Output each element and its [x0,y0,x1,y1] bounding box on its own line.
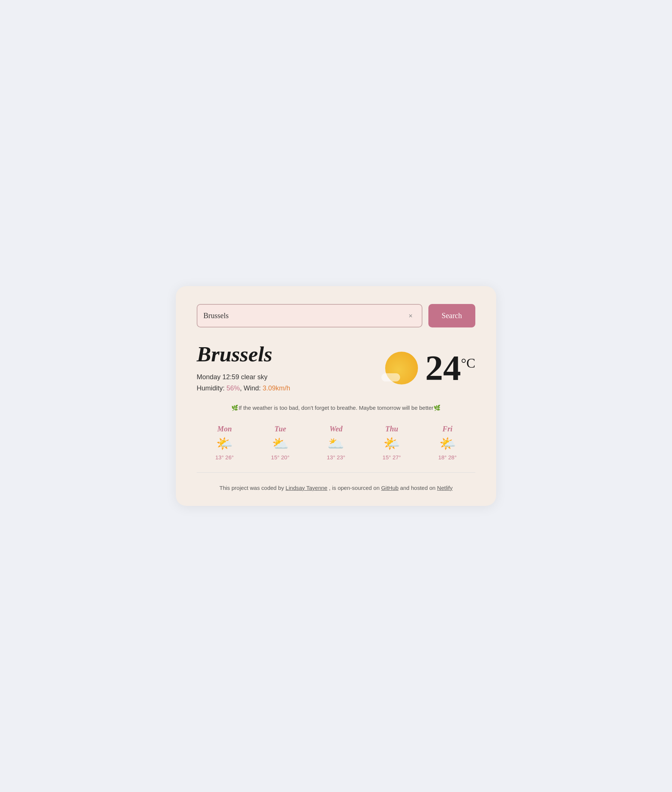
temp-unit: °C [461,356,475,371]
quote-text: 🌿If the weather is too bad, don't forget… [231,405,440,411]
forecast-temps: 13° 23° [327,454,345,461]
sun-icon [385,352,418,384]
humidity-wind-line: Humidity: 56%, Wind: 3.09km/h [197,382,290,394]
search-button[interactable]: Search [429,304,475,328]
forecast-temps: 15° 20° [271,454,290,461]
forecast-day-label: Thu [385,425,398,433]
forecast-icon: 🌤️ [383,437,400,450]
forecast-day: Tue⛅15° 20° [253,425,309,461]
wind-label: , Wind: [240,384,262,392]
forecast-day: Wed🌥️13° 23° [308,425,364,461]
weather-details: Monday 12:59 clear sky Humidity: 56%, Wi… [197,371,290,394]
footer-author-link[interactable]: Lindsay Tayenne [286,485,328,491]
clear-button[interactable]: × [406,311,416,321]
temperature-value: 24 [426,348,461,388]
quote-section: 🌿If the weather is too bad, don't forget… [197,405,475,411]
forecast-day: Thu🌤️15° 27° [364,425,420,461]
forecast-icon: 🌤️ [439,437,456,450]
forecast-temps: 13° 26° [215,454,234,461]
forecast-icon: 🌤️ [216,437,233,450]
humidity-label: Humidity: [197,384,227,392]
footer: This project was coded by Lindsay Tayenn… [197,485,475,491]
city-name: Brussels [197,342,290,366]
weather-main: Brussels Monday 12:59 clear sky Humidity… [197,342,475,394]
forecast-day-label: Tue [275,425,286,433]
forecast-temps: 15° 27° [382,454,401,461]
forecast-day: Fri🌤️18° 28° [419,425,475,461]
weather-right: 24°C [385,350,475,386]
footer-text-end: and hosted on [398,485,437,491]
forecast-temps: 18° 28° [438,454,457,461]
forecast-icon: 🌥️ [328,437,344,450]
forecast-row: Mon🌤️13° 26°Tue⛅15° 20°Wed🌥️13° 23°Thu🌤️… [197,425,475,473]
forecast-day-label: Fri [443,425,453,433]
weather-left: Brussels Monday 12:59 clear sky Humidity… [197,342,290,394]
forecast-day-label: Mon [217,425,232,433]
forecast-day-label: Wed [329,425,342,433]
forecast-icon: ⛅ [272,437,289,450]
footer-github-link[interactable]: GitHub [381,485,398,491]
humidity-value: 56% [227,384,240,392]
temperature-display: 24°C [426,350,475,386]
wind-value: 3.09km/h [262,384,290,392]
search-input[interactable] [203,305,406,327]
app-container: × Search Brussels Monday 12:59 clear sky… [176,286,496,506]
footer-text-before: This project was coded by [219,485,286,491]
footer-netlify-link[interactable]: Netlify [437,485,453,491]
forecast-day: Mon🌤️13° 26° [197,425,253,461]
search-input-wrapper: × [197,304,422,328]
datetime-line: Monday 12:59 clear sky [197,371,290,383]
footer-text-middle: , is open-sourced on [328,485,381,491]
search-row: × Search [197,304,475,328]
